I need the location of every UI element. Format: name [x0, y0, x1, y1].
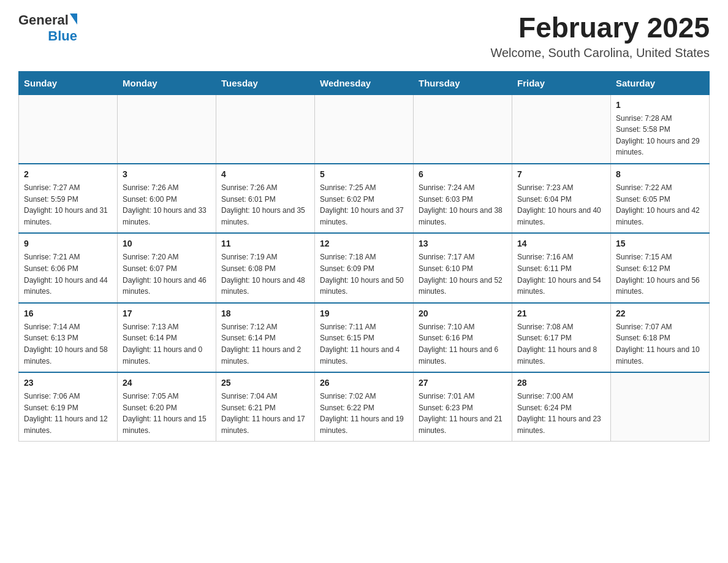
- day-number: 16: [24, 307, 112, 320]
- calendar-cell: [512, 94, 611, 164]
- day-of-week-thursday: Thursday: [414, 71, 512, 94]
- day-info: Sunrise: 7:21 AMSunset: 6:06 PMDaylight:…: [24, 251, 112, 297]
- day-number: 23: [24, 377, 112, 389]
- calendar-cell: 3Sunrise: 7:26 AMSunset: 6:00 PMDaylight…: [118, 164, 216, 233]
- calendar-table: SundayMondayTuesdayWednesdayThursdayFrid…: [18, 71, 710, 442]
- day-info: Sunrise: 7:20 AMSunset: 6:07 PMDaylight:…: [123, 251, 211, 297]
- day-info: Sunrise: 7:17 AMSunset: 6:10 PMDaylight:…: [419, 251, 507, 297]
- day-info: Sunrise: 7:27 AMSunset: 5:59 PMDaylight:…: [24, 182, 112, 228]
- calendar-cell: [118, 94, 216, 164]
- subtitle: Welcome, South Carolina, United States: [490, 46, 710, 60]
- day-info: Sunrise: 7:02 AMSunset: 6:22 PMDaylight:…: [320, 391, 408, 436]
- title-section: February 2025 Welcome, South Carolina, U…: [490, 12, 710, 60]
- calendar-header-row: SundayMondayTuesdayWednesdayThursdayFrid…: [19, 71, 710, 94]
- calendar-week-4: 16Sunrise: 7:14 AMSunset: 6:13 PMDayligh…: [19, 303, 710, 372]
- day-info: Sunrise: 7:23 AMSunset: 6:04 PMDaylight:…: [517, 182, 605, 228]
- day-info: Sunrise: 7:01 AMSunset: 6:23 PMDaylight:…: [419, 391, 507, 436]
- day-number: 14: [517, 237, 605, 250]
- logo-general: General: [18, 12, 69, 28]
- day-number: 27: [419, 377, 507, 389]
- day-number: 12: [320, 237, 408, 250]
- day-of-week-tuesday: Tuesday: [216, 71, 315, 94]
- calendar-cell: [216, 94, 315, 164]
- day-info: Sunrise: 7:26 AMSunset: 6:00 PMDaylight:…: [123, 182, 211, 228]
- day-number: 4: [221, 168, 309, 181]
- day-of-week-sunday: Sunday: [19, 71, 118, 94]
- day-number: 20: [419, 307, 507, 320]
- calendar-cell: 4Sunrise: 7:26 AMSunset: 6:01 PMDaylight…: [216, 164, 315, 233]
- calendar-cell: 7Sunrise: 7:23 AMSunset: 6:04 PMDaylight…: [512, 164, 611, 233]
- calendar-cell: 16Sunrise: 7:14 AMSunset: 6:13 PMDayligh…: [19, 303, 118, 372]
- calendar-cell: 13Sunrise: 7:17 AMSunset: 6:10 PMDayligh…: [414, 233, 512, 302]
- calendar-cell: 15Sunrise: 7:15 AMSunset: 6:12 PMDayligh…: [611, 233, 710, 302]
- calendar-cell: [315, 94, 414, 164]
- day-number: 21: [517, 307, 605, 320]
- day-number: 2: [24, 168, 112, 181]
- day-number: 7: [517, 168, 605, 181]
- calendar-cell: 9Sunrise: 7:21 AMSunset: 6:06 PMDaylight…: [19, 233, 118, 302]
- calendar-cell: 5Sunrise: 7:25 AMSunset: 6:02 PMDaylight…: [315, 164, 414, 233]
- day-number: 11: [221, 237, 309, 250]
- day-info: Sunrise: 7:15 AMSunset: 6:12 PMDaylight:…: [616, 251, 704, 297]
- day-number: 3: [123, 168, 211, 181]
- logo-triangle-icon: [70, 13, 77, 25]
- calendar-cell: 23Sunrise: 7:06 AMSunset: 6:19 PMDayligh…: [19, 372, 118, 442]
- day-of-week-wednesday: Wednesday: [315, 71, 414, 94]
- day-info: Sunrise: 7:00 AMSunset: 6:24 PMDaylight:…: [517, 391, 605, 436]
- calendar-week-3: 9Sunrise: 7:21 AMSunset: 6:06 PMDaylight…: [19, 233, 710, 302]
- day-info: Sunrise: 7:28 AMSunset: 5:58 PMDaylight:…: [616, 113, 704, 158]
- day-number: 13: [419, 237, 507, 250]
- day-number: 22: [616, 307, 704, 320]
- day-number: 25: [221, 377, 309, 389]
- calendar-cell: 26Sunrise: 7:02 AMSunset: 6:22 PMDayligh…: [315, 372, 414, 442]
- day-info: Sunrise: 7:13 AMSunset: 6:14 PMDaylight:…: [123, 321, 211, 367]
- calendar-cell: 17Sunrise: 7:13 AMSunset: 6:14 PMDayligh…: [118, 303, 216, 372]
- day-number: 15: [616, 237, 704, 250]
- calendar-cell: 22Sunrise: 7:07 AMSunset: 6:18 PMDayligh…: [611, 303, 710, 372]
- day-info: Sunrise: 7:14 AMSunset: 6:13 PMDaylight:…: [24, 321, 112, 367]
- day-number: 19: [320, 307, 408, 320]
- calendar-cell: 1Sunrise: 7:28 AMSunset: 5:58 PMDaylight…: [611, 94, 710, 164]
- calendar-cell: 20Sunrise: 7:10 AMSunset: 6:16 PMDayligh…: [414, 303, 512, 372]
- day-number: 5: [320, 168, 408, 181]
- day-info: Sunrise: 7:25 AMSunset: 6:02 PMDaylight:…: [320, 182, 408, 228]
- calendar-cell: 19Sunrise: 7:11 AMSunset: 6:15 PMDayligh…: [315, 303, 414, 372]
- day-info: Sunrise: 7:05 AMSunset: 6:20 PMDaylight:…: [123, 391, 211, 436]
- day-info: Sunrise: 7:12 AMSunset: 6:14 PMDaylight:…: [221, 321, 309, 367]
- calendar-cell: 11Sunrise: 7:19 AMSunset: 6:08 PMDayligh…: [216, 233, 315, 302]
- calendar-cell: 14Sunrise: 7:16 AMSunset: 6:11 PMDayligh…: [512, 233, 611, 302]
- day-info: Sunrise: 7:19 AMSunset: 6:08 PMDaylight:…: [221, 251, 309, 297]
- day-info: Sunrise: 7:18 AMSunset: 6:09 PMDaylight:…: [320, 251, 408, 297]
- calendar-cell: 10Sunrise: 7:20 AMSunset: 6:07 PMDayligh…: [118, 233, 216, 302]
- calendar-cell: 2Sunrise: 7:27 AMSunset: 5:59 PMDaylight…: [19, 164, 118, 233]
- calendar-cell: 28Sunrise: 7:00 AMSunset: 6:24 PMDayligh…: [512, 372, 611, 442]
- day-info: Sunrise: 7:16 AMSunset: 6:11 PMDaylight:…: [517, 251, 605, 297]
- logo: General Blue: [18, 12, 77, 44]
- day-number: 24: [123, 377, 211, 389]
- day-number: 28: [517, 377, 605, 389]
- day-of-week-saturday: Saturday: [611, 71, 710, 94]
- calendar-cell: 8Sunrise: 7:22 AMSunset: 6:05 PMDaylight…: [611, 164, 710, 233]
- day-info: Sunrise: 7:24 AMSunset: 6:03 PMDaylight:…: [419, 182, 507, 228]
- day-of-week-monday: Monday: [118, 71, 216, 94]
- calendar-cell: [19, 94, 118, 164]
- day-info: Sunrise: 7:07 AMSunset: 6:18 PMDaylight:…: [616, 321, 704, 367]
- calendar-cell: [611, 372, 710, 442]
- day-number: 6: [419, 168, 507, 181]
- day-info: Sunrise: 7:22 AMSunset: 6:05 PMDaylight:…: [616, 182, 704, 228]
- calendar-week-5: 23Sunrise: 7:06 AMSunset: 6:19 PMDayligh…: [19, 372, 710, 442]
- page-header: General Blue February 2025 Welcome, Sout…: [18, 12, 710, 60]
- calendar-cell: 18Sunrise: 7:12 AMSunset: 6:14 PMDayligh…: [216, 303, 315, 372]
- day-number: 18: [221, 307, 309, 320]
- day-number: 10: [123, 237, 211, 250]
- calendar-week-2: 2Sunrise: 7:27 AMSunset: 5:59 PMDaylight…: [19, 164, 710, 233]
- day-number: 17: [123, 307, 211, 320]
- calendar-cell: 27Sunrise: 7:01 AMSunset: 6:23 PMDayligh…: [414, 372, 512, 442]
- main-title: February 2025: [490, 12, 710, 44]
- day-info: Sunrise: 7:08 AMSunset: 6:17 PMDaylight:…: [517, 321, 605, 367]
- day-info: Sunrise: 7:10 AMSunset: 6:16 PMDaylight:…: [419, 321, 507, 367]
- calendar-cell: 21Sunrise: 7:08 AMSunset: 6:17 PMDayligh…: [512, 303, 611, 372]
- day-number: 26: [320, 377, 408, 389]
- day-info: Sunrise: 7:04 AMSunset: 6:21 PMDaylight:…: [221, 391, 309, 436]
- calendar-cell: 6Sunrise: 7:24 AMSunset: 6:03 PMDaylight…: [414, 164, 512, 233]
